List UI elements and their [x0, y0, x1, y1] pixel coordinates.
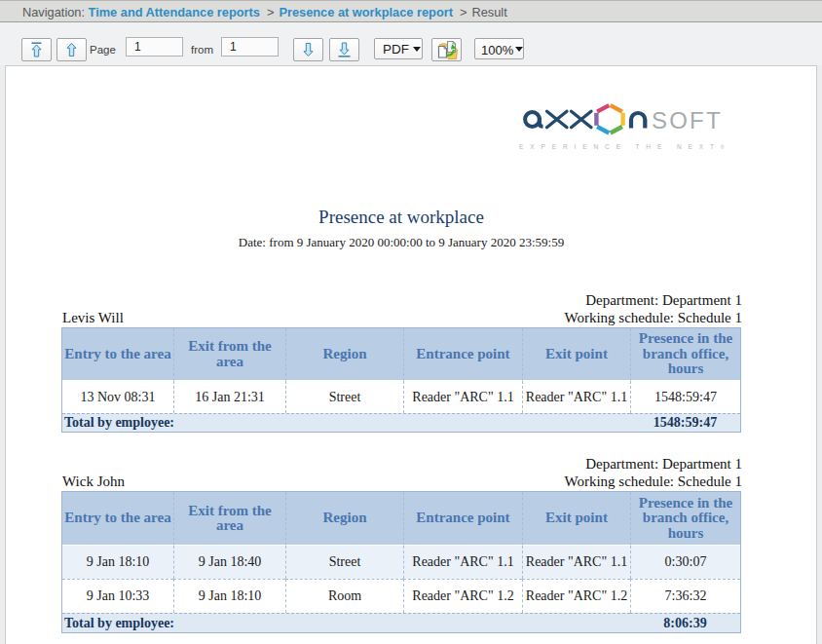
svg-text:SOFT: SOFT [652, 107, 723, 133]
